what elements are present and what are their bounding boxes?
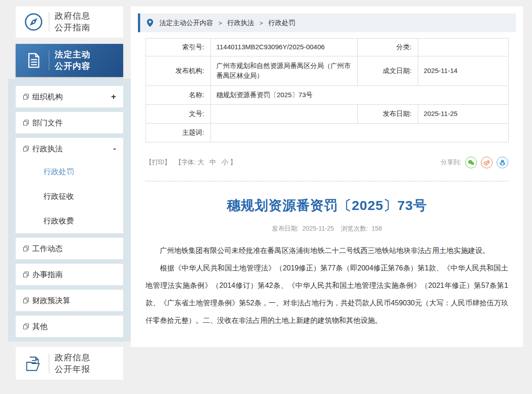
sidebar-item-admin-enforcement: 行政执法 - 行政处罚 行政征收 行政收费: [16, 138, 123, 233]
card-divider: [49, 12, 49, 32]
sidebar-subitem-admin-expropriation[interactable]: 行政征收: [16, 184, 123, 209]
keywords-value: [211, 123, 509, 142]
guide-card-label: 政府信息 公开指南: [55, 10, 90, 33]
publish-date-label: 发布日期:: [358, 104, 418, 123]
sidebar-item-other[interactable]: 其他: [16, 316, 123, 337]
article-toolbar: 【打印】 【字体: 大 中 小 】 分享到:: [146, 157, 508, 168]
annual-report-card[interactable]: 政府信息 公开年报: [16, 347, 123, 380]
written-date-value: 2025-11-14: [418, 56, 509, 86]
font-medium-button[interactable]: 中: [210, 158, 216, 166]
doc-number-value: [211, 104, 358, 123]
views-value: 158: [371, 225, 382, 232]
font-size-label-close: 】: [230, 158, 236, 167]
sidebar-item-label: 行政执法: [32, 144, 63, 154]
doc-name-value: 穗规划资源番资罚〔2025〕73号: [211, 86, 509, 104]
card-divider: [49, 354, 49, 373]
annual-card-label: 政府信息 公开年报: [55, 352, 90, 375]
sidebar-item-budget[interactable]: 财政预决算: [16, 290, 123, 311]
index-number-value: 11440113MB2C93096Y/2025-00406: [211, 39, 358, 56]
pages-icon: [23, 245, 29, 252]
breadcrumb-statutory-disclosure[interactable]: 法定主动公开内容: [159, 19, 213, 27]
sidebar-item-service-guide[interactable]: 办事指南: [16, 264, 123, 285]
publish-date-meta-value: 2025-11-25: [302, 225, 334, 232]
document-meta-table: 索引号: 11440113MB2C93096Y/2025-00406 分类: 发…: [146, 38, 509, 142]
table-row: 名称: 穗规划资源番资罚〔2025〕73号: [146, 86, 509, 104]
breadcrumb-separator: >: [260, 20, 263, 26]
dashed-divider: [146, 181, 508, 181]
sidebar-subitem-admin-penalty[interactable]: 行政处罚: [16, 159, 123, 184]
views-label: 浏览次数:: [341, 225, 368, 232]
article-meta: 发布日期:2025-11-25 浏览次数:158: [131, 225, 523, 233]
doc-name-label: 名称:: [146, 86, 211, 104]
pages-icon: [23, 120, 29, 126]
sidebar: 政府信息 公开指南 法定主动 公开内容: [8, 6, 131, 380]
statutory-card-label: 法定主动 公开内容: [55, 49, 90, 72]
keywords-label: 主题词:: [146, 123, 211, 142]
publish-date-meta-label: 发布日期:: [272, 225, 299, 232]
sidebar-item-label: 办事指南: [32, 270, 63, 280]
sidebar-item-label: 工作动态: [32, 244, 63, 254]
font-size-label: 【字体:: [175, 158, 196, 167]
sidebar-item-admin-enforcement-row[interactable]: 行政执法 -: [16, 138, 123, 159]
statutory-disclosure-card[interactable]: 法定主动 公开内容: [16, 44, 123, 77]
collapse-icon[interactable]: -: [113, 144, 116, 154]
table-row: 文号: 发布日期: 2025-11-25: [146, 104, 509, 123]
sidebar-subitem-admin-fees[interactable]: 行政收费: [16, 209, 123, 233]
sidebar-item-label: 组织机构: [32, 92, 63, 102]
pages-icon: [23, 94, 29, 100]
location-pin-icon: [147, 19, 153, 27]
document-icon: [22, 51, 45, 70]
article-title: 穗规划资源番资罚〔2025〕73号: [131, 197, 523, 215]
expand-icon[interactable]: +: [111, 92, 116, 102]
category-value: [418, 39, 509, 56]
breadcrumb-admin-enforcement[interactable]: 行政执法: [227, 19, 254, 27]
category-label: 分类:: [358, 39, 418, 56]
font-large-button[interactable]: 大: [197, 158, 204, 166]
share-label: 分享到:: [441, 158, 461, 167]
sidebar-item-label: 部门文件: [32, 118, 63, 128]
main-content-panel: 法定主动公开内容 > 行政执法 > 行政处罚 索引号: 11440113MB2C…: [131, 6, 523, 347]
print-button[interactable]: 【打印】: [146, 158, 171, 167]
font-small-button[interactable]: 小: [222, 158, 228, 166]
breadcrumb-admin-penalty[interactable]: 行政处罚: [268, 19, 295, 27]
table-row: 索引号: 11440113MB2C93096Y/2025-00406 分类:: [146, 39, 509, 56]
issuing-org-value: 广州市规划和自然资源局番禺区分局（广州市番禺区林业局）: [211, 56, 358, 86]
share-weibo-icon[interactable]: [481, 157, 493, 168]
share-wechat-icon[interactable]: [465, 157, 477, 168]
sidebar-item-organization[interactable]: 组织机构 +: [16, 86, 123, 107]
publish-date-value: 2025-11-25: [418, 104, 509, 123]
table-row: 发布机构: 广州市规划和自然资源局番禺区分局（广州市番禺区林业局） 成文日期: …: [146, 56, 509, 86]
share-qq-icon[interactable]: [497, 157, 508, 168]
sidebar-item-label: 其他: [32, 321, 47, 332]
article-paragraph: 根据《中华人民共和国土地管理法》（2019修正）第77条（即2004修正第76条…: [146, 259, 508, 330]
breadcrumb: 法定主动公开内容 > 行政执法 > 行政处罚: [138, 13, 516, 32]
table-row: 主题词:: [146, 123, 509, 142]
sidebar-item-label: 财政预决算: [32, 296, 70, 306]
index-number-label: 索引号:: [146, 39, 211, 56]
pages-icon: [23, 297, 29, 304]
pages-icon: [23, 146, 29, 152]
pages-icon: [23, 323, 29, 330]
written-date-label: 成文日期:: [358, 56, 418, 86]
sidebar-item-department-files[interactable]: 部门文件: [16, 112, 123, 133]
card-divider: [49, 51, 49, 70]
folder-report-icon: [22, 353, 45, 374]
font-size-controls: 大 中 小: [196, 158, 230, 167]
guide-card[interactable]: 政府信息 公开指南: [16, 6, 123, 38]
article-body: 广州地铁集团有限公司未经批准在番禺区洛浦街地铁二十二号线西三地铁站地块非法占用土…: [146, 242, 508, 330]
sidebar-menu: 组织机构 + 部门文件: [8, 79, 131, 342]
pages-icon: [23, 271, 29, 278]
compass-icon: [22, 12, 45, 32]
share-bar: 分享到:: [441, 157, 508, 168]
doc-number-label: 文号:: [146, 104, 211, 123]
issuing-org-label: 发布机构:: [146, 56, 211, 86]
breadcrumb-separator: >: [219, 20, 222, 26]
article-paragraph: 广州地铁集团有限公司未经批准在番禺区洛浦街地铁二十二号线西三地铁站地块非法占用土…: [146, 242, 508, 259]
sidebar-item-work-news[interactable]: 工作动态: [16, 238, 123, 259]
